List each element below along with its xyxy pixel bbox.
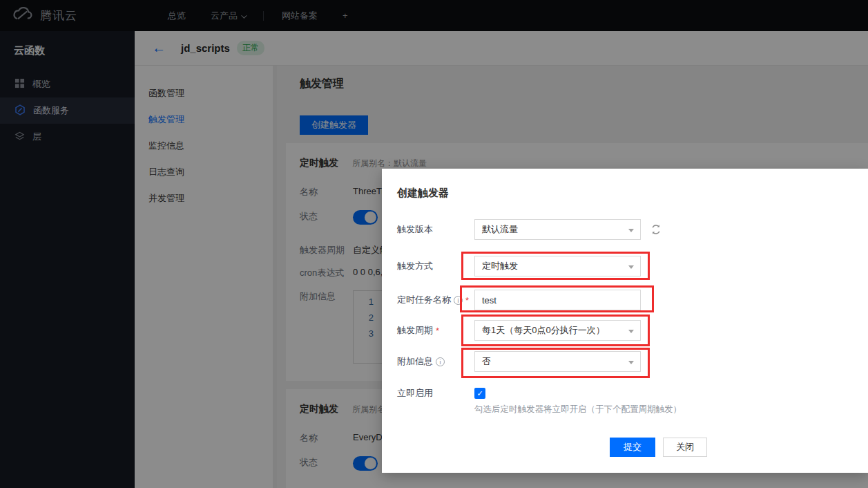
enable-now-checkbox-checked[interactable]: ✓ xyxy=(474,388,485,399)
required-asterisk: * xyxy=(465,295,469,306)
submit-button[interactable]: 提交 xyxy=(610,438,655,457)
refresh-icon[interactable] xyxy=(650,224,662,238)
field-label-timer-task-name: 定时任务名称i* xyxy=(397,290,469,310)
field-label-trigger-method: 触发方式 xyxy=(397,256,433,276)
trigger-method-select[interactable]: 定时触发 xyxy=(474,256,641,276)
timer-task-name-input[interactable] xyxy=(474,290,641,310)
info-icon[interactable]: i xyxy=(454,296,463,305)
enable-now-note: 勾选后定时触发器将立即开启（于下个配置周期触发） xyxy=(474,404,682,415)
field-label-extra-info: 附加信息i xyxy=(397,351,445,372)
close-button[interactable]: 关闭 xyxy=(663,438,707,457)
caret-down-icon xyxy=(628,265,634,269)
caret-down-icon xyxy=(628,361,634,364)
field-label-trigger-version: 触发版本 xyxy=(397,219,433,240)
create-trigger-dialog: 创建触发器 触发版本 默认流量 触发方式 定时触发 定时任务名称i* 触发周期* xyxy=(382,169,868,473)
trigger-version-select[interactable]: 默认流量 xyxy=(474,219,641,240)
extra-info-select[interactable]: 否 xyxy=(474,351,641,372)
required-asterisk: * xyxy=(436,326,439,336)
field-label-trigger-cycle: 触发周期* xyxy=(397,320,439,341)
caret-down-icon xyxy=(628,229,634,232)
field-label-enable-now: 立即启用 xyxy=(397,388,433,399)
dialog-title: 创建触发器 xyxy=(397,187,449,200)
info-icon[interactable]: i xyxy=(436,357,445,366)
trigger-cycle-select[interactable]: 每1天（每天0点0分执行一次） xyxy=(474,320,641,341)
app-window: 腾讯云 总览 云产品 网站备案 + 云函数 概览 函数服务 xyxy=(0,0,868,488)
caret-down-icon xyxy=(628,330,634,333)
check-icon: ✓ xyxy=(476,389,483,397)
